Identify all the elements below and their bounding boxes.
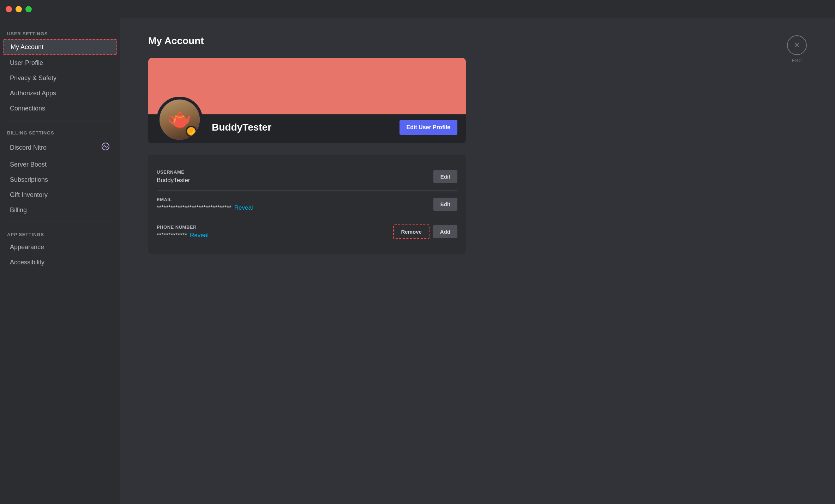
- sidebar-item-label: Subscriptions: [10, 176, 48, 184]
- sidebar-item-label: Discord Nitro: [10, 144, 47, 151]
- close-icon: ✕: [794, 41, 800, 50]
- titlebar: [0, 0, 835, 18]
- sidebar-item-label: Accessibility: [10, 259, 44, 266]
- sidebar-item-label: My Account: [11, 43, 43, 51]
- profile-card: 🌙 BuddyTester Edit User Profile: [148, 58, 466, 143]
- sidebar-item-discord-nitro[interactable]: Discord Nitro: [3, 138, 117, 157]
- email-masked-value: ********************************: [157, 204, 232, 211]
- esc-button-wrapper: ✕ ESC: [787, 35, 807, 63]
- phone-remove-button[interactable]: Remove: [393, 224, 429, 239]
- sidebar-section-user-settings: USER SETTINGS: [0, 25, 120, 38]
- sidebar-item-gift-inventory[interactable]: Gift Inventory: [3, 188, 117, 202]
- account-details-card: USERNAME BuddyTester Edit EMAIL ********…: [148, 155, 466, 254]
- username-field-label: USERNAME: [157, 169, 190, 175]
- email-field: EMAIL ******************************** R…: [157, 191, 457, 218]
- sidebar-item-billing[interactable]: Billing: [3, 203, 117, 217]
- page-title: My Account: [148, 35, 807, 47]
- email-field-actions: Edit: [433, 198, 457, 211]
- sidebar-item-label: Server Boost: [10, 161, 47, 168]
- sidebar-divider-2: [6, 222, 114, 222]
- profile-username: BuddyTester: [212, 122, 271, 133]
- phone-reveal-link[interactable]: Reveal: [190, 232, 209, 239]
- sidebar-section-billing-settings: BILLING SETTINGS: [0, 125, 120, 138]
- sidebar-item-my-account[interactable]: My Account: [3, 39, 117, 55]
- sidebar-item-privacy-safety[interactable]: Privacy & Safety: [3, 71, 117, 85]
- profile-info-bar: 🌙 BuddyTester Edit User Profile: [148, 114, 466, 143]
- phone-masked-value: *************: [157, 232, 187, 239]
- username-field-actions: Edit: [433, 170, 457, 183]
- email-edit-button[interactable]: Edit: [433, 198, 457, 211]
- minimize-button[interactable]: [16, 6, 22, 12]
- phone-add-button[interactable]: Add: [433, 225, 457, 238]
- avatar-status-badge: 🌙: [186, 126, 197, 137]
- sidebar-item-label: Privacy & Safety: [10, 74, 56, 82]
- email-field-value: ******************************** Reveal: [157, 204, 253, 211]
- sidebar-divider-1: [6, 120, 114, 120]
- phone-field: PHONE NUMBER ************* Reveal Remove…: [157, 218, 457, 245]
- username-field-value: BuddyTester: [157, 177, 190, 184]
- sidebar: USER SETTINGS My Account User Profile Pr…: [0, 18, 120, 504]
- sidebar-item-authorized-apps[interactable]: Authorized Apps: [3, 86, 117, 101]
- sidebar-item-label: Gift Inventory: [10, 191, 48, 199]
- email-reveal-link[interactable]: Reveal: [234, 204, 253, 211]
- sidebar-item-label: Authorized Apps: [10, 90, 56, 97]
- sidebar-item-connections[interactable]: Connections: [3, 101, 117, 116]
- app-container: USER SETTINGS My Account User Profile Pr…: [0, 18, 835, 504]
- close-settings-button[interactable]: ✕: [787, 35, 807, 55]
- email-field-content: EMAIL ******************************** R…: [157, 197, 253, 211]
- sidebar-item-subscriptions[interactable]: Subscriptions: [3, 173, 117, 187]
- email-field-label: EMAIL: [157, 197, 253, 202]
- main-content: My Account 🌙 BuddyTester Edit User Profi…: [120, 18, 835, 504]
- status-emoji: 🌙: [188, 128, 194, 134]
- phone-field-label: PHONE NUMBER: [157, 224, 209, 230]
- sidebar-item-label: Billing: [10, 206, 27, 214]
- sidebar-item-label: User Profile: [10, 59, 43, 67]
- sidebar-item-appearance[interactable]: Appearance: [3, 240, 117, 254]
- sidebar-item-server-boost[interactable]: Server Boost: [3, 157, 117, 172]
- close-button[interactable]: [6, 6, 12, 12]
- esc-label: ESC: [792, 58, 802, 63]
- sidebar-item-label: Appearance: [10, 244, 44, 251]
- sidebar-section-app-settings: APP SETTINGS: [0, 226, 120, 239]
- username-field-content: USERNAME BuddyTester: [157, 169, 190, 184]
- avatar: 🌙: [157, 97, 203, 143]
- sidebar-item-accessibility[interactable]: Accessibility: [3, 255, 117, 270]
- sidebar-item-user-profile[interactable]: User Profile: [3, 56, 117, 70]
- username-edit-button[interactable]: Edit: [433, 170, 457, 183]
- phone-field-value: ************* Reveal: [157, 232, 209, 239]
- nitro-icon: [101, 142, 110, 153]
- sidebar-item-label: Connections: [10, 105, 45, 112]
- edit-profile-button[interactable]: Edit User Profile: [400, 120, 457, 135]
- maximize-button[interactable]: [25, 6, 32, 12]
- phone-field-actions: Remove Add: [393, 224, 457, 239]
- phone-field-content: PHONE NUMBER ************* Reveal: [157, 224, 209, 239]
- username-field: USERNAME BuddyTester Edit: [157, 163, 457, 191]
